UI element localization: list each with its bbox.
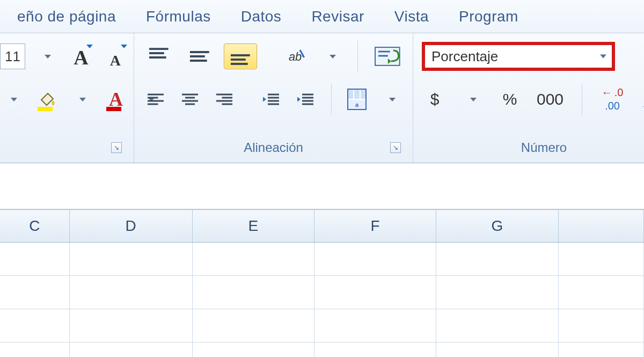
decrease-indent-icon [261, 89, 281, 110]
increase-indent-button[interactable] [292, 86, 318, 112]
wrap-text-icon [374, 45, 401, 68]
merge-center-button[interactable]: a [344, 86, 370, 112]
column-header-g[interactable]: G [436, 210, 558, 242]
cell[interactable] [436, 276, 558, 309]
cell[interactable] [0, 343, 70, 357]
cell[interactable] [0, 309, 70, 342]
font-size-dropdown[interactable] [34, 43, 60, 69]
column-header-e[interactable]: E [193, 210, 314, 242]
tab-formulas[interactable]: Fórmulas [131, 8, 226, 25]
ribbon-group-alignment: ab [134, 33, 413, 163]
alignment-dialog-launcher[interactable]: ↘ [390, 142, 401, 153]
cell[interactable] [559, 276, 644, 309]
font-size-value: 11 [5, 48, 20, 65]
font-size-input[interactable]: 11 [0, 43, 25, 69]
letter-a-large-icon: A [74, 46, 88, 69]
percent-style-button[interactable]: % [497, 86, 523, 112]
tab-page-layout[interactable]: eño de página [2, 8, 131, 25]
cell[interactable] [436, 343, 558, 357]
cell[interactable] [193, 243, 314, 275]
column-header-d[interactable]: D [70, 210, 193, 242]
align-right-button[interactable] [211, 86, 237, 112]
fill-color-dropdown[interactable] [69, 86, 94, 112]
fill-color-button[interactable] [34, 86, 60, 112]
align-top-button[interactable] [143, 43, 175, 69]
increase-decimal-button[interactable]: ←.0 .00 [598, 86, 626, 112]
accounting-format-button[interactable]: $ [422, 86, 448, 112]
tab-data[interactable]: Datos [226, 8, 297, 25]
thousands-symbol-icon: 000 [537, 90, 564, 108]
percent-symbol-icon: % [503, 90, 517, 108]
cell[interactable] [0, 276, 70, 309]
cell[interactable] [70, 309, 193, 342]
cell[interactable] [436, 243, 558, 275]
accounting-format-dropdown[interactable] [459, 89, 485, 110]
font-color-button[interactable]: A [103, 86, 129, 112]
grid-row [0, 276, 644, 309]
alignment-group-label: Alineación [244, 140, 303, 155]
svg-text:ab: ab [289, 50, 302, 63]
align-top-icon [146, 46, 172, 67]
column-header-f[interactable]: F [314, 210, 436, 242]
grid-row [0, 243, 644, 276]
ribbon-group-font: 11 A A [0, 33, 134, 163]
cell[interactable] [70, 343, 193, 357]
cell[interactable] [0, 243, 70, 275]
orientation-icon: ab [286, 46, 308, 67]
ribbon-tabstrip: eño de página Fórmulas Datos Revisar Vis… [0, 0, 644, 33]
align-bottom-button[interactable] [224, 43, 257, 69]
column-header-h[interactable] [559, 210, 644, 242]
cell[interactable] [193, 309, 314, 342]
letter-a-small-icon: A [110, 52, 121, 69]
wrap-text-button[interactable] [371, 43, 404, 69]
align-middle-button[interactable] [184, 43, 216, 69]
tab-review[interactable]: Revisar [296, 8, 379, 25]
decrease-decimal-button[interactable]: .00 →.0 [638, 86, 644, 112]
grid-row [0, 343, 644, 357]
cell[interactable] [193, 276, 314, 309]
cell[interactable] [70, 243, 193, 275]
column-header-c[interactable]: C [0, 210, 70, 242]
cell[interactable] [559, 343, 644, 357]
number-format-dropdown[interactable]: Porcentaje [422, 42, 615, 71]
grid-row [0, 309, 644, 343]
cell[interactable] [559, 309, 644, 342]
cell[interactable] [70, 276, 193, 309]
cell[interactable] [314, 343, 436, 357]
increase-indent-icon [296, 89, 315, 110]
tab-view[interactable]: Vista [379, 8, 444, 25]
paint-bucket-icon [38, 90, 56, 108]
cell[interactable] [314, 276, 436, 309]
align-right-icon [215, 89, 234, 110]
align-bottom-icon [228, 46, 253, 67]
orientation-dropdown[interactable] [319, 43, 345, 69]
align-center-icon [180, 89, 200, 110]
formula-bar[interactable] [0, 163, 644, 209]
currency-symbol-icon: $ [430, 90, 440, 108]
cell[interactable] [559, 243, 644, 275]
tab-developer[interactable]: Program [444, 8, 533, 25]
cell[interactable] [436, 309, 558, 342]
ribbon: 11 A A [0, 33, 644, 163]
merge-center-dropdown[interactable] [378, 86, 404, 112]
merge-center-icon: a [347, 89, 367, 110]
align-left-button[interactable] [143, 86, 169, 112]
increase-decimal-icon: ←.0 [602, 86, 624, 99]
cell[interactable] [193, 343, 314, 357]
cell[interactable] [314, 243, 436, 275]
decrease-font-size-button[interactable]: A [103, 43, 128, 69]
align-center-button[interactable] [177, 86, 203, 112]
align-left-icon [146, 89, 165, 110]
orientation-button[interactable]: ab [283, 43, 311, 69]
increase-font-size-button[interactable]: A [68, 43, 94, 69]
column-headers: C D E F G [0, 209, 644, 243]
number-group-label: Número [521, 140, 567, 155]
decrease-indent-button[interactable] [258, 86, 284, 112]
cell[interactable] [314, 309, 436, 342]
comma-style-button[interactable]: 000 [535, 86, 566, 112]
number-format-selected: Porcentaje [431, 48, 498, 65]
border-dropdown[interactable] [0, 86, 26, 112]
ribbon-group-number: Porcentaje $ % 000 ←.0 .00 [413, 33, 644, 163]
font-dialog-launcher[interactable]: ↘ [111, 142, 122, 153]
worksheet-grid: C D E F G [0, 209, 644, 357]
